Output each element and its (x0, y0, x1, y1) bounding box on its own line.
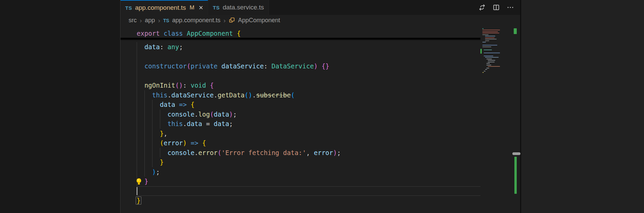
code-token (318, 62, 321, 70)
code-token: dataService (222, 62, 264, 70)
code-token: constructor (144, 62, 187, 70)
code-token (137, 101, 160, 108)
code-token: ) (333, 149, 337, 156)
code-token (137, 91, 152, 99)
code-token: => (191, 139, 198, 147)
code-token (183, 30, 187, 37)
code-line[interactable]: (error) => { (121, 138, 480, 148)
code-line[interactable]: constructor(private dataService: DataSer… (121, 61, 480, 71)
close-tab-icon[interactable]: × (199, 4, 203, 11)
code-token: . (195, 111, 198, 118)
code-token: ( (160, 139, 164, 147)
code-token (217, 62, 221, 70)
code-line[interactable]: this.data = data; (121, 119, 480, 129)
sticky-scroll-shadow (121, 38, 480, 40)
code-token: = (202, 120, 214, 127)
code-token: ) (314, 62, 317, 70)
tab-bar: TS app.component.ts M × TS data.service.… (121, 0, 520, 15)
code-line[interactable]: data => { (121, 100, 480, 110)
code-token: error (164, 139, 183, 147)
code-line[interactable]: } (121, 196, 480, 206)
typescript-file-icon: TS (213, 5, 219, 10)
code-token: () (244, 91, 252, 99)
open-changes-icon[interactable] (478, 3, 486, 11)
breadcrumb-item-file[interactable]: app.component.ts (172, 17, 221, 24)
class-symbol-icon (229, 17, 235, 24)
indent-guide (137, 52, 137, 62)
sticky-scroll-line[interactable]: export class AppComponent { (121, 27, 480, 38)
code-token: data (214, 111, 229, 118)
code-token: 'Error fetching data:' (222, 149, 306, 156)
code-token: } (160, 158, 164, 166)
code-line[interactable]: console.error('Error fetching data:', er… (121, 148, 480, 158)
code-token (187, 101, 191, 108)
code-token (233, 30, 237, 37)
editor-group: TS app.component.ts M × TS data.service.… (120, 0, 521, 213)
tab-data-service-ts[interactable]: TS data.service.ts (208, 0, 269, 15)
code-token: data (187, 120, 202, 127)
code-token (137, 82, 144, 89)
git-modified-badge: M (190, 4, 194, 11)
code-token: DataService (271, 62, 314, 70)
code-token: console (168, 111, 195, 118)
code-token: dataService (171, 91, 214, 99)
code-line[interactable]: }, (121, 129, 480, 139)
code-token: ngOnInit (144, 82, 175, 89)
more-actions-icon[interactable] (506, 3, 514, 11)
split-editor-icon[interactable] (492, 3, 500, 11)
breadcrumb-separator: › (140, 17, 142, 24)
tab-label: app.component.ts (135, 4, 186, 11)
code-token: this (168, 120, 183, 127)
code-line[interactable]: ngOnInit(): void { (121, 81, 480, 90)
code-token: . (183, 120, 187, 127)
code-line[interactable]: console.log(data); (121, 110, 480, 119)
code-line[interactable]: this.dataService.getData().subscribe( (121, 90, 480, 100)
code-token (175, 101, 179, 108)
code-line[interactable] (121, 52, 480, 62)
indent-guide (137, 71, 137, 81)
code-token: ( (210, 111, 213, 118)
code-token: data (160, 101, 175, 108)
code-token: ; (229, 120, 233, 127)
breadcrumb-item-app[interactable]: app (145, 17, 155, 24)
code-token (137, 120, 168, 127)
code-token (137, 43, 144, 51)
code-token: export (137, 30, 160, 37)
code-token (137, 149, 168, 156)
code-token: { (202, 139, 206, 147)
code-line[interactable]: data: any; (121, 42, 480, 52)
tab-app-component-ts[interactable]: TS app.component.ts M × (121, 0, 208, 15)
code-token: : (160, 43, 168, 51)
breadcrumb-item-symbol[interactable]: AppComponent (238, 17, 280, 24)
code-token: { (237, 30, 240, 37)
typescript-file-icon: TS (163, 18, 169, 23)
code-line[interactable] (121, 71, 480, 81)
code-token: AppComponent (187, 30, 233, 37)
code-token: . (195, 149, 198, 156)
code-token: data (144, 43, 160, 51)
code-token: this (152, 91, 168, 99)
code-token: => (179, 101, 187, 108)
breadcrumb: src › app › TS app.component.ts › AppCom… (121, 15, 520, 26)
code-token: { (191, 101, 194, 108)
code-token (187, 139, 191, 147)
breadcrumb-item-src[interactable]: src (129, 17, 137, 24)
code-content: data: any; constructor(private dataServi… (121, 38, 480, 206)
code-token: () (175, 82, 183, 89)
code-token: ( (217, 149, 221, 156)
code-line[interactable]: } (121, 157, 480, 167)
code-token: void (191, 82, 206, 89)
breadcrumb-separator: › (158, 17, 160, 24)
code-token: getData (217, 91, 244, 99)
code-line[interactable]: ); (121, 167, 480, 177)
code-token (137, 111, 168, 118)
code-line-current[interactable] (121, 186, 480, 196)
code-line[interactable]: } (121, 177, 480, 186)
code-token: subscribe (256, 91, 291, 99)
code-token: ( (187, 62, 191, 70)
code-token: {} (321, 62, 329, 70)
code-token (137, 62, 144, 70)
code-token: any (168, 43, 179, 51)
code-token: ) (152, 168, 156, 176)
lightbulb-icon[interactable] (135, 178, 142, 185)
